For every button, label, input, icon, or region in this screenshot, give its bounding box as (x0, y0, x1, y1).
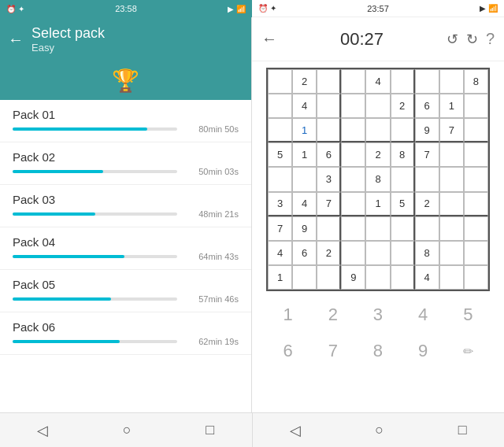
sudoku-cell[interactable] (439, 167, 464, 191)
sudoku-cell[interactable] (391, 265, 415, 290)
sudoku-cell[interactable]: 3 (317, 167, 341, 191)
sudoku-cell[interactable] (268, 118, 292, 142)
sudoku-cell[interactable] (439, 265, 464, 290)
sudoku-cell[interactable] (439, 241, 464, 265)
right-back-button[interactable]: ← (261, 30, 277, 48)
sudoku-cell[interactable]: 7 (415, 142, 439, 167)
sudoku-cell[interactable] (268, 69, 292, 94)
sudoku-cell[interactable] (464, 167, 488, 191)
sudoku-cell[interactable] (365, 118, 390, 142)
sudoku-cell[interactable]: 7 (317, 192, 341, 216)
sudoku-cell[interactable]: 1 (292, 142, 317, 167)
sudoku-cell[interactable]: 1 (292, 118, 317, 142)
sudoku-cell[interactable]: 6 (292, 241, 317, 265)
sudoku-cell[interactable]: 2 (415, 192, 439, 216)
home-nav-left[interactable]: ○ (123, 422, 132, 438)
sudoku-cell[interactable]: 5 (391, 192, 415, 216)
sudoku-cell[interactable] (464, 192, 488, 216)
sudoku-cell[interactable] (268, 167, 292, 191)
sudoku-cell[interactable]: 5 (268, 142, 292, 167)
sudoku-cell[interactable] (415, 216, 439, 241)
sudoku-cell[interactable]: 3 (268, 192, 292, 216)
help-button[interactable]: ? (486, 30, 495, 48)
sudoku-cell[interactable] (317, 94, 341, 118)
sudoku-cell[interactable]: 9 (292, 216, 317, 241)
sudoku-cell[interactable] (391, 118, 415, 142)
numpad-2[interactable]: 2 (311, 297, 354, 332)
numpad-5[interactable]: 5 (447, 297, 490, 332)
sudoku-cell[interactable]: 2 (317, 241, 341, 265)
sudoku-cell[interactable]: 6 (415, 94, 439, 118)
sudoku-cell[interactable] (391, 69, 415, 94)
sudoku-cell[interactable] (439, 142, 464, 167)
sudoku-cell[interactable]: 1 (268, 265, 292, 290)
back-nav-right[interactable]: ◁ (290, 422, 301, 439)
sudoku-cell[interactable] (415, 69, 439, 94)
sudoku-cell[interactable]: 6 (317, 142, 341, 167)
sudoku-cell[interactable]: 2 (365, 142, 390, 167)
numpad-4[interactable]: 4 (402, 297, 445, 332)
numpad-6[interactable]: 6 (266, 334, 309, 368)
sudoku-cell[interactable]: 1 (439, 94, 464, 118)
sudoku-cell[interactable]: 4 (365, 69, 390, 94)
sudoku-cell[interactable] (439, 216, 464, 241)
sudoku-cell[interactable] (317, 69, 341, 94)
sudoku-cell[interactable] (292, 265, 317, 290)
sudoku-cell[interactable] (464, 118, 488, 142)
sudoku-cell[interactable]: 7 (268, 216, 292, 241)
sudoku-cell[interactable] (341, 167, 365, 191)
sudoku-cell[interactable] (391, 216, 415, 241)
sudoku-cell[interactable]: 7 (439, 118, 464, 142)
pack-item[interactable]: Pack 01 80min 50s (0, 100, 251, 142)
pack-item[interactable]: Pack 06 62min 19s (0, 312, 251, 355)
undo-button[interactable]: ↺ (447, 31, 458, 48)
sudoku-cell[interactable]: 9 (415, 118, 439, 142)
numpad-3[interactable]: 3 (356, 297, 399, 332)
sudoku-cell[interactable] (365, 94, 390, 118)
sudoku-cell[interactable] (464, 216, 488, 241)
sudoku-cell[interactable] (317, 118, 341, 142)
sudoku-cell[interactable] (439, 69, 464, 94)
home-nav-right[interactable]: ○ (375, 422, 384, 438)
numpad-7[interactable]: 7 (311, 334, 354, 368)
pack-item[interactable]: Pack 03 48min 21s (0, 185, 251, 227)
sudoku-cell[interactable] (464, 265, 488, 290)
sudoku-cell[interactable] (341, 241, 365, 265)
sudoku-cell[interactable] (341, 69, 365, 94)
sudoku-cell[interactable] (341, 216, 365, 241)
redo-button[interactable]: ↻ (466, 31, 478, 48)
sudoku-cell[interactable]: 8 (365, 167, 390, 191)
sudoku-cell[interactable] (464, 142, 488, 167)
numpad-9[interactable]: 9 (402, 334, 445, 368)
pack-item[interactable]: Pack 04 64min 43s (0, 227, 251, 270)
sudoku-cell[interactable]: 4 (268, 241, 292, 265)
sudoku-cell[interactable]: 4 (292, 94, 317, 118)
sudoku-cell[interactable]: 2 (292, 69, 317, 94)
pack-item[interactable]: Pack 02 50min 03s (0, 142, 251, 185)
sudoku-cell[interactable]: 8 (391, 142, 415, 167)
sudoku-cell[interactable] (415, 167, 439, 191)
sudoku-cell[interactable]: 8 (415, 241, 439, 265)
sudoku-cell[interactable] (317, 265, 341, 290)
sudoku-cell[interactable] (268, 94, 292, 118)
sudoku-cell[interactable] (439, 192, 464, 216)
sudoku-cell[interactable]: 2 (391, 94, 415, 118)
sudoku-cell[interactable]: 9 (341, 265, 365, 290)
pencil-button[interactable]: ✏ (447, 334, 490, 368)
sudoku-cell[interactable] (341, 142, 365, 167)
sudoku-cell[interactable] (341, 192, 365, 216)
sudoku-cell[interactable] (464, 241, 488, 265)
sudoku-cell[interactable] (317, 216, 341, 241)
numpad-1[interactable]: 1 (266, 297, 309, 332)
sudoku-cell[interactable] (341, 118, 365, 142)
back-button[interactable]: ← (8, 31, 24, 49)
sudoku-cell[interactable] (464, 94, 488, 118)
sudoku-cell[interactable] (341, 94, 365, 118)
sudoku-cell[interactable]: 1 (365, 192, 390, 216)
pack-item[interactable]: Pack 05 57min 46s (0, 270, 251, 312)
sudoku-cell[interactable]: 8 (464, 69, 488, 94)
sudoku-cell[interactable]: 4 (415, 265, 439, 290)
sudoku-cell[interactable] (391, 167, 415, 191)
sudoku-cell[interactable]: 4 (292, 192, 317, 216)
sudoku-cell[interactable] (365, 216, 390, 241)
